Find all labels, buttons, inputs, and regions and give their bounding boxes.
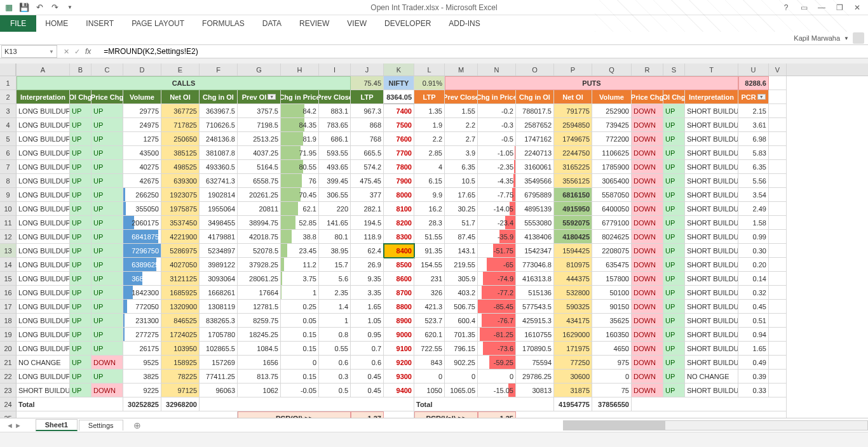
cell[interactable]: UP (92, 300, 123, 314)
cell[interactable]: 6.35 (445, 160, 478, 174)
cell[interactable]: UP (663, 300, 685, 314)
cell[interactable]: LONG BUILDUP (17, 160, 70, 174)
cell[interactable]: 399.45 (319, 174, 351, 188)
cell[interactable]: 1275 (123, 132, 161, 146)
row-header-11[interactable]: 11 (0, 216, 16, 230)
cell[interactable]: 9525 (123, 356, 161, 370)
cell[interactable]: Price Chg (92, 90, 123, 104)
cell[interactable]: -85.45 (478, 300, 516, 314)
cell[interactable]: 5553080 (516, 216, 554, 230)
user-name[interactable]: Kapil Marwaha (794, 34, 840, 42)
row-header-7[interactable]: 7 (0, 160, 16, 174)
cell[interactable]: UP (92, 258, 123, 272)
developer-tab[interactable]: DEVELOPER (376, 15, 440, 32)
cell[interactable]: 5286975 (161, 244, 200, 258)
cell[interactable]: 7198.5 (238, 118, 281, 132)
cell[interactable]: DOWN (632, 202, 663, 216)
sheet-tab-settings[interactable]: Settings (79, 420, 123, 430)
cell[interactable]: 252900 (592, 104, 632, 118)
cell[interactable]: 773046.8 (516, 258, 554, 272)
cell[interactable] (769, 300, 787, 314)
cell[interactable]: 91.35 (414, 244, 445, 258)
cell[interactable]: DOWN (632, 188, 663, 202)
cell[interactable]: 31875 (554, 384, 592, 397)
cell[interactable]: 0.39 (738, 370, 769, 384)
cell[interactable]: -77.2 (478, 286, 516, 300)
cell[interactable]: UP (663, 244, 685, 258)
cell[interactable]: 7500 (384, 118, 414, 132)
cell[interactable]: DOWN (632, 328, 663, 342)
filter-dropdown-icon[interactable]: ▼ (268, 94, 276, 100)
cell[interactable]: 0.51 (738, 314, 769, 328)
cell[interactable]: 1594425 (554, 244, 592, 258)
cell[interactable]: 1923075 (161, 188, 200, 202)
cell[interactable]: 1.65 (738, 342, 769, 356)
cell[interactable]: -23.4 (478, 216, 516, 230)
cell[interactable]: UP (92, 244, 123, 258)
cell[interactable]: UP (663, 272, 685, 286)
cell[interactable]: 158925 (161, 356, 200, 370)
cell[interactable]: 367725 (161, 104, 200, 118)
cell[interactable]: DOWN (632, 356, 663, 370)
cell[interactable]: 219.55 (445, 258, 478, 272)
row-header-19[interactable]: 19 (0, 328, 16, 342)
cell[interactable]: 2.2 (414, 132, 445, 146)
cell[interactable]: 1.25 (478, 411, 516, 418)
cell[interactable]: 4027050 (161, 258, 200, 272)
cell[interactable]: -51.75 (478, 244, 516, 258)
cell[interactable]: 791775 (554, 104, 592, 118)
cell[interactable]: DOWN (92, 356, 123, 370)
cell[interactable]: Interpretation (685, 90, 738, 104)
cell[interactable] (769, 314, 787, 328)
cell[interactable]: DOWN (632, 300, 663, 314)
cell[interactable]: CALLS (17, 76, 351, 90)
cell[interactable]: 1.58 (738, 216, 769, 230)
cell[interactable]: 3.75 (281, 272, 319, 286)
cell[interactable]: 838265.3 (200, 314, 238, 328)
cell[interactable]: Total (414, 397, 554, 411)
cell[interactable]: UP (70, 202, 92, 216)
col-header-F[interactable]: F (200, 63, 238, 76)
cell[interactable]: -7.75 (478, 188, 516, 202)
cell[interactable]: UP (92, 132, 123, 146)
cell[interactable]: LONG BUILDUP (17, 258, 70, 272)
cell[interactable]: 77411.25 (200, 370, 238, 384)
row-header-21[interactable]: 21 (0, 356, 16, 370)
cell[interactable]: 3549566 (516, 174, 554, 188)
cell[interactable]: SHORT BUILDUP (685, 230, 738, 244)
insert-tab[interactable]: INSERT (77, 15, 123, 32)
cell[interactable]: 8700 (384, 286, 414, 300)
row-header-24[interactable]: 24 (0, 397, 16, 411)
cell[interactable]: 421.3 (414, 300, 445, 314)
formula-input[interactable] (101, 47, 868, 56)
cell[interactable]: 30.25 (445, 202, 478, 216)
cell[interactable]: 7700 (384, 146, 414, 160)
cell[interactable]: 0.45 (351, 370, 384, 384)
row-header-5[interactable]: 5 (0, 132, 16, 146)
cell[interactable]: SHORT BUILDUP (685, 300, 738, 314)
cell[interactable]: 0.8 (319, 328, 351, 342)
cell[interactable]: 425915.3 (516, 314, 554, 328)
cell[interactable]: Volume (592, 90, 632, 104)
cell[interactable]: 475.45 (351, 174, 384, 188)
cell[interactable]: 0.25 (281, 300, 319, 314)
cell[interactable]: 9.9 (414, 188, 445, 202)
cell[interactable]: UP (663, 160, 685, 174)
cell[interactable]: UP (70, 286, 92, 300)
cell[interactable]: 6816150 (554, 188, 592, 202)
cell[interactable]: LONG BUILDUP (17, 188, 70, 202)
col-header-P[interactable]: P (554, 63, 592, 76)
col-header-E[interactable]: E (161, 63, 200, 76)
cell[interactable]: 20811 (238, 202, 281, 216)
cell[interactable]: 9225 (123, 384, 161, 397)
cell[interactable]: 8024625 (592, 230, 632, 244)
cell[interactable]: 6.15 (414, 174, 445, 188)
cell[interactable] (17, 411, 238, 418)
cell[interactable] (769, 132, 787, 146)
cell[interactable]: SHORT BUILDUP (685, 104, 738, 118)
cell[interactable]: 8100 (384, 202, 414, 216)
cell[interactable] (769, 76, 787, 90)
cell[interactable]: 28.3 (414, 216, 445, 230)
cell[interactable]: SHORT BUILDUP (685, 146, 738, 160)
cell[interactable]: 4650 (592, 342, 632, 356)
